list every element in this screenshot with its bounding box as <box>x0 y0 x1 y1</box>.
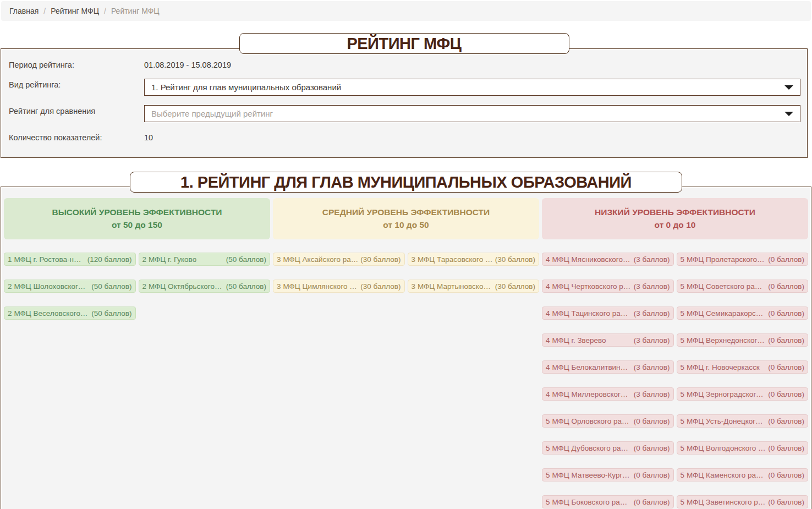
rating-item-name: МФЦ Шолоховского района <box>14 282 90 291</box>
rating-section-title: 1. РЕЙТИНГ ДЛЯ ГЛАВ МУНИЦИПАЛЬНЫХ ОБРАЗО… <box>130 172 682 193</box>
rating-item-name: МФЦ Веселовского района <box>14 309 90 318</box>
rating-item-rank: 2 <box>8 282 12 291</box>
column-header-high: ВЫСОКИЙ УРОВЕНЬ ЭФФЕКТИВНОСТИот 50 до 15… <box>4 198 270 239</box>
rating-item-name: МФЦ Орловского района <box>552 417 632 425</box>
rating-item[interactable]: 4МФЦ Миллеровского района(3 баллов) <box>542 387 674 401</box>
rating-item[interactable]: 5МФЦ Верхнедонского района(0 баллов) <box>677 333 809 347</box>
rating-item[interactable]: 4МФЦ Чертковского района(3 баллов) <box>542 280 674 293</box>
rating-item[interactable]: 2МФЦ Шолоховского района(50 баллов) <box>4 280 136 293</box>
rating-item[interactable]: 5МФЦ Орловского района(0 баллов) <box>542 414 674 428</box>
rating-item[interactable]: 3МФЦ Мартыновского рай…(30 баллов) <box>408 280 540 293</box>
rating-item-rank: 3 <box>412 255 416 264</box>
rating-item-rank: 1 <box>8 255 12 264</box>
column-header-medium: СРЕДНИЙ УРОВЕНЬ ЭФФЕКТИВНОСТИот 10 до 50 <box>273 198 539 239</box>
column-header-title: ВЫСОКИЙ УРОВЕНЬ ЭФФЕКТИВНОСТИ <box>52 207 222 217</box>
rating-type-row: Вид рейтинга: 1. Рейтинг для глав муници… <box>9 79 800 96</box>
comparison-select[interactable]: Выберите предыдущий рейтинг <box>144 105 800 122</box>
column-items-high: 1МФЦ г. Ростова-на-Дону(120 баллов)2МФЦ … <box>4 253 270 320</box>
rating-item[interactable]: 5МФЦ Усть-Донецкого района(0 баллов) <box>677 414 809 428</box>
comparison-label: Рейтинг для сравнения <box>9 107 144 116</box>
rating-item-score: (30 баллов) <box>358 255 400 264</box>
rating-item-name: МФЦ Матвеево-Курганског… <box>552 471 632 479</box>
rating-item-name: МФЦ Советского района <box>687 282 766 291</box>
rating-item-score: (50 баллов) <box>224 255 266 264</box>
rating-item[interactable]: 5МФЦ Советского района(0 баллов) <box>677 280 809 293</box>
rating-item-rank: 5 <box>681 309 685 318</box>
rating-item[interactable]: 5МФЦ Семикаракорского ра…(0 баллов) <box>677 307 809 320</box>
rating-item-name: МФЦ г. Новочеркасск <box>687 363 760 371</box>
rating-item-score: (0 баллов) <box>766 471 804 479</box>
rating-item-name: МФЦ Каменского района <box>687 471 766 479</box>
rating-item-score: (50 баллов) <box>224 282 266 291</box>
indicators-label: Количество показателей: <box>9 133 144 142</box>
rating-item[interactable]: 4МФЦ Белокалитвинского р…(3 баллов) <box>542 360 674 374</box>
rating-item-name: МФЦ Боковского района <box>552 498 632 506</box>
rating-item-score: (0 баллов) <box>632 498 670 506</box>
rating-item[interactable]: 5МФЦ Боковского района(0 баллов) <box>542 495 674 508</box>
rating-item-score: (120 баллов) <box>85 255 132 264</box>
rating-column-medium: СРЕДНИЙ УРОВЕНЬ ЭФФЕКТИВНОСТИот 10 до 50… <box>273 198 539 508</box>
rating-item-rank: 5 <box>681 336 685 344</box>
rating-item-score: (0 баллов) <box>632 444 670 452</box>
breadcrumb-separator: / <box>43 7 46 15</box>
column-header-low: НИЗКИЙ УРОВЕНЬ ЭФФЕКТИВНОСТИот 0 до 10 <box>542 198 808 239</box>
column-items-medium: 3МФЦ Аксайского района(30 баллов)3МФЦ Та… <box>273 253 539 293</box>
rating-item-rank: 5 <box>681 255 685 264</box>
rating-item[interactable]: 5МФЦ г. Новочеркасск(0 баллов) <box>677 360 809 374</box>
column-header-range: от 0 до 10 <box>655 220 696 230</box>
rating-item[interactable]: 4МФЦ Тацинского района(3 баллов) <box>542 307 674 320</box>
period-row: Период рейтинга: 01.08.2019 - 15.08.2019 <box>9 59 800 69</box>
rating-item-name: МФЦ Усть-Донецкого района <box>687 417 766 425</box>
rating-item[interactable]: 5МФЦ Волгодонского района(0 баллов) <box>677 441 809 455</box>
rating-item[interactable]: 3МФЦ Аксайского района(30 баллов) <box>273 253 405 266</box>
rating-type-label: Вид рейтинга: <box>9 80 144 89</box>
indicators-row: Количество показателей: 10 <box>9 132 800 142</box>
rating-item-name: МФЦ Тарасовского района <box>418 255 493 264</box>
rating-item[interactable]: 5МФЦ Зерноградского района(0 баллов) <box>677 387 809 401</box>
rating-item[interactable]: 2МФЦ г. Гуково(50 баллов) <box>139 253 271 266</box>
rating-item-rank: 4 <box>546 309 550 318</box>
rating-item[interactable]: 4МФЦ г. Зверево(3 баллов) <box>542 333 674 347</box>
rating-item[interactable]: 2МФЦ Веселовского района(50 баллов) <box>4 307 136 320</box>
rating-item-rank: 5 <box>681 363 685 371</box>
rating-item[interactable]: 3МФЦ Цимлянского района(30 баллов) <box>273 280 405 293</box>
rating-item-score: (30 баллов) <box>493 255 535 264</box>
page-title: РЕЙТИНГ МФЦ <box>239 33 569 54</box>
breadcrumb-link-home[interactable]: Главная <box>9 7 39 15</box>
rating-item-name: МФЦ Цимлянского района <box>283 282 359 291</box>
rating-item-name: МФЦ Пролетарского района <box>687 255 766 264</box>
rating-item-name: МФЦ Заветинского района <box>687 498 766 506</box>
rating-item[interactable]: 5МФЦ Матвеево-Курганског…(0 баллов) <box>542 468 674 481</box>
rating-item[interactable]: 3МФЦ Тарасовского района(30 баллов) <box>408 253 540 266</box>
dropdown-arrow-icon <box>784 112 793 116</box>
rating-item-score: (3 баллов) <box>632 255 670 264</box>
breadcrumb: Главная / Рейтинг МФЦ / Рейтинг МФЦ <box>1 1 811 21</box>
rating-item-name: МФЦ Белокалитвинского р… <box>552 363 632 371</box>
rating-item-score: (3 баллов) <box>632 390 670 398</box>
rating-item-rank: 5 <box>681 282 685 291</box>
rating-item[interactable]: 5МФЦ Пролетарского района(0 баллов) <box>677 253 809 266</box>
rating-item-score: (30 баллов) <box>493 282 535 291</box>
rating-item-score: (0 баллов) <box>766 336 804 344</box>
rating-item[interactable]: 1МФЦ г. Ростова-на-Дону(120 баллов) <box>4 253 136 266</box>
rating-item[interactable]: 5МФЦ Заветинского района(0 баллов) <box>677 495 809 508</box>
rating-type-select[interactable]: 1. Рейтинг для глав муниципальных образо… <box>144 79 800 96</box>
rating-item[interactable]: 5МФЦ Дубовского района(0 баллов) <box>542 441 674 455</box>
rating-item[interactable]: 2МФЦ Октябрьского района(50 баллов) <box>139 280 271 293</box>
rating-item-score: (0 баллов) <box>766 444 804 452</box>
rating-item-score: (0 баллов) <box>766 309 804 318</box>
rating-item-score: (0 баллов) <box>632 417 670 425</box>
rating-item-rank: 4 <box>546 390 550 398</box>
rating-item[interactable]: 5МФЦ Каменского района(0 баллов) <box>677 468 809 481</box>
rating-columns: ВЫСОКИЙ УРОВЕНЬ ЭФФЕКТИВНОСТИот 50 до 15… <box>4 198 808 508</box>
rating-item-score: (0 баллов) <box>766 282 804 291</box>
period-label: Период рейтинга: <box>9 61 144 69</box>
rating-item-name: МФЦ г. Гуково <box>149 255 196 264</box>
breadcrumb-link-rating[interactable]: Рейтинг МФЦ <box>51 7 99 15</box>
rating-item-name: МФЦ г. Зверево <box>552 336 606 344</box>
column-header-title: СРЕДНИЙ УРОВЕНЬ ЭФФЕКТИВНОСТИ <box>322 207 490 217</box>
rating-item-score: (0 баллов) <box>766 255 804 264</box>
rating-item-name: МФЦ Мясниковского района <box>552 255 632 264</box>
rating-item[interactable]: 4МФЦ Мясниковского района(3 баллов) <box>542 253 674 266</box>
rating-item-score: (3 баллов) <box>632 363 670 371</box>
